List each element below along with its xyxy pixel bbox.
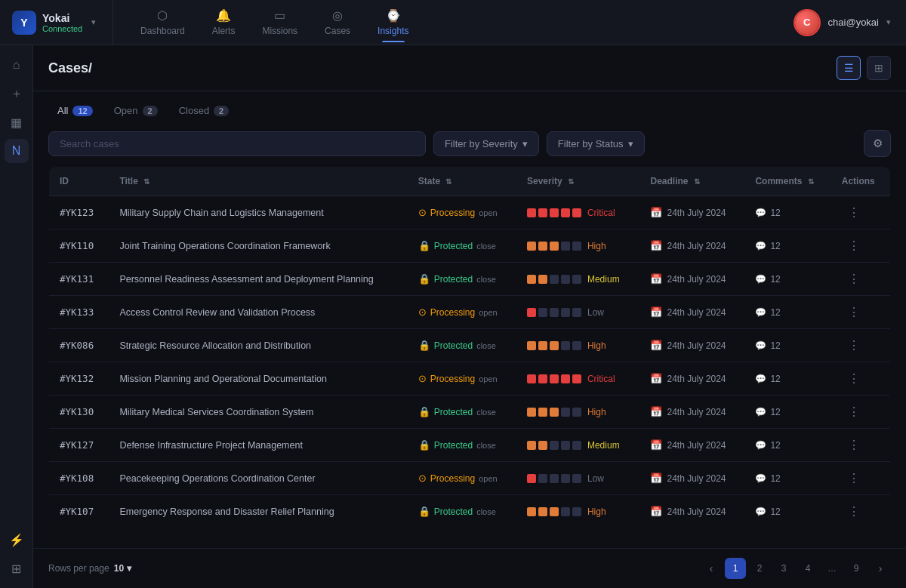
row-actions-button[interactable]: ⋮ [842, 236, 866, 255]
cell-actions: ⋮ [831, 263, 891, 296]
cell-severity: High [516, 495, 640, 528]
row-actions-button[interactable]: ⋮ [842, 203, 866, 222]
table-row: #YK107Emergency Response and Disaster Re… [49, 495, 891, 528]
sidebar-item-grid[interactable]: ⊞ [5, 556, 29, 580]
search-input[interactable] [48, 131, 426, 156]
cell-title: Emergency Response and Disaster Relief P… [109, 495, 407, 528]
filter-severity-button[interactable]: Filter by Severity ▾ [433, 131, 539, 156]
severity-bar [561, 341, 570, 350]
comment-count: 12 [770, 440, 780, 451]
severity-bar [572, 308, 581, 317]
tab-closed[interactable]: Closed 2 [170, 100, 239, 121]
cell-comments: 💬 12 [744, 196, 830, 229]
sidebar-item-add[interactable]: ＋ [5, 82, 29, 106]
col-deadline[interactable]: Deadline ⇅ [639, 167, 744, 196]
cell-actions: ⋮ [831, 429, 891, 462]
comment-icon: 💬 [755, 340, 766, 351]
table-row: #YK108Peacekeeping Operations Coordinati… [49, 462, 891, 495]
nav-item-missions[interactable]: ▭ Missions [250, 2, 310, 42]
rows-per-page-select[interactable]: 10 ▾ [114, 563, 131, 574]
page-1-button[interactable]: 1 [725, 558, 746, 579]
filter-status-button[interactable]: Filter by Status ▾ [547, 131, 645, 156]
rows-per-page-label: Rows per page [48, 563, 109, 574]
cell-state: ⊙ Processing open [408, 462, 516, 495]
sidebar-item-shield[interactable]: N [5, 139, 29, 163]
cell-title: Access Control Review and Validation Pro… [109, 296, 407, 329]
deadline-value: 24th July 2024 [667, 506, 726, 517]
calendar-icon: 📅 [650, 406, 662, 417]
nav-item-alerts[interactable]: 🔔 Alerts [200, 2, 248, 42]
severity-bar [550, 275, 559, 284]
grid-view-button[interactable]: ⊞ [867, 56, 891, 80]
state-icon: ⊙ [418, 207, 427, 218]
missions-icon: ▭ [274, 8, 285, 23]
state-icon: ⊙ [418, 306, 427, 318]
severity-bar [550, 208, 559, 217]
cell-title: Joint Training Operations Coordination F… [109, 229, 407, 263]
state-icon: 🔒 [418, 240, 430, 251]
cases-icon: ◎ [332, 8, 343, 23]
col-title[interactable]: Title ⇅ [109, 167, 407, 196]
sidebar-item-chart[interactable]: ▦ [5, 110, 29, 134]
comment-icon: 💬 [755, 374, 766, 384]
severity-label: Low [587, 473, 604, 484]
table-settings-button[interactable]: ⚙ [864, 130, 891, 157]
cell-severity: Medium [516, 429, 640, 462]
nav-item-insights[interactable]: ⌚ Insights [365, 2, 421, 42]
comment-icon: 💬 [755, 407, 766, 417]
row-actions-button[interactable]: ⋮ [842, 303, 866, 322]
rows-chevron-icon: ▾ [127, 563, 131, 574]
list-view-button[interactable]: ☰ [837, 56, 861, 80]
next-page-button[interactable]: › [870, 558, 891, 579]
severity-bar [527, 341, 536, 350]
row-actions-button[interactable]: ⋮ [842, 336, 866, 355]
cell-comments: 💬 12 [744, 296, 830, 329]
cell-severity: High [516, 229, 640, 263]
page-header: Cases/ ☰ ⊞ [33, 45, 906, 91]
sidebar-item-home[interactable]: ⌂ [5, 53, 29, 77]
row-actions-button[interactable]: ⋮ [842, 469, 866, 488]
nav-item-dashboard[interactable]: ⬡ Dashboard [128, 2, 197, 42]
page-9-button[interactable]: 9 [846, 558, 867, 579]
nav-item-cases[interactable]: ◎ Cases [313, 2, 362, 42]
row-actions-button[interactable]: ⋮ [842, 402, 866, 421]
cell-actions: ⋮ [831, 329, 891, 362]
col-comments[interactable]: Comments ⇅ [744, 167, 830, 196]
comment-count: 12 [770, 208, 780, 218]
severity-bar [538, 242, 547, 251]
tab-all[interactable]: All 12 [48, 100, 102, 121]
cell-state: 🔒 Protected close [408, 396, 516, 429]
severity-bar [561, 474, 570, 483]
page-3-button[interactable]: 3 [773, 558, 794, 579]
alerts-icon: 🔔 [216, 8, 231, 23]
cell-state: ⊙ Processing open [408, 296, 516, 329]
user-section[interactable]: C chai@yokai ▾ [778, 9, 906, 36]
page-4-button[interactable]: 4 [797, 558, 818, 579]
row-actions-button[interactable]: ⋮ [842, 502, 866, 521]
prev-page-button[interactable]: ‹ [701, 558, 722, 579]
cell-deadline: 📅 24th July 2024 [639, 329, 744, 362]
tab-open[interactable]: Open 2 [105, 100, 167, 121]
row-actions-button[interactable]: ⋮ [842, 369, 866, 388]
comment-icon: 💬 [755, 307, 766, 318]
comment-count: 12 [770, 340, 780, 351]
brand-section[interactable]: Y Yokai Connected ▾ [0, 0, 113, 45]
deadline-value: 24th July 2024 [667, 340, 726, 351]
deadline-value: 24th July 2024 [667, 407, 726, 417]
table-row: #YK133Access Control Review and Validati… [49, 296, 891, 329]
severity-bar [527, 507, 536, 516]
severity-bar [561, 441, 570, 450]
page-2-button[interactable]: 2 [749, 558, 770, 579]
cell-severity: Low [516, 462, 640, 495]
sidebar-item-bolt[interactable]: ⚡ [5, 528, 29, 552]
state-label: Protected [434, 506, 473, 517]
severity-bar [561, 242, 570, 251]
row-actions-button[interactable]: ⋮ [842, 269, 866, 288]
col-state[interactable]: State ⇅ [408, 167, 516, 196]
severity-label: Critical [587, 208, 615, 218]
row-actions-button[interactable]: ⋮ [842, 436, 866, 454]
severity-bar [572, 275, 581, 284]
col-severity[interactable]: Severity ⇅ [516, 167, 640, 196]
content-area: Cases/ ☰ ⊞ All 12 Open 2 Closed [33, 45, 906, 588]
top-navigation: Y Yokai Connected ▾ ⬡ Dashboard 🔔 Alerts… [0, 0, 906, 45]
